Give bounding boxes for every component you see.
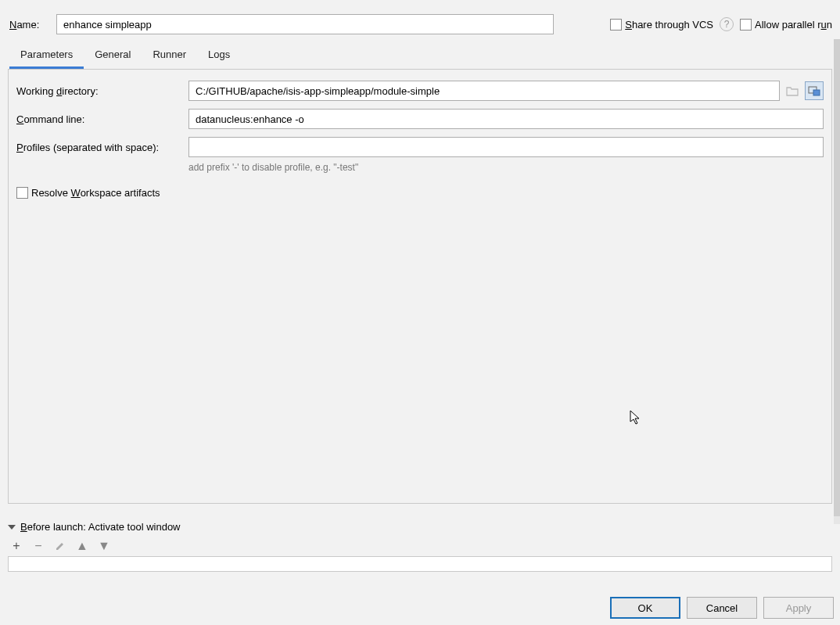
resolve-workspace-checkbox[interactable]: Resolve Workspace artifacts	[16, 187, 160, 199]
move-down-button: ▼	[97, 539, 111, 553]
allow-parallel-label: Allow parallel run	[755, 19, 832, 31]
apply-button: Apply	[763, 597, 834, 619]
working-directory-input[interactable]	[188, 81, 780, 101]
checkbox-box-icon	[16, 187, 28, 199]
profiles-input[interactable]	[188, 137, 824, 157]
share-vcs-label: Share through VCS	[625, 19, 713, 31]
move-up-button: ▲	[75, 539, 89, 553]
checkbox-box-icon	[610, 19, 622, 31]
ok-button[interactable]: OK	[610, 597, 680, 619]
edit-button	[53, 541, 67, 551]
help-icon[interactable]: ?	[720, 17, 734, 31]
name-label: Name:	[8, 19, 48, 31]
profiles-hint: add prefix '-' to disable profile, e.g. …	[188, 162, 824, 173]
cancel-button[interactable]: Cancel	[687, 597, 757, 619]
before-launch-expander[interactable]: Before launch: Activate tool window	[8, 521, 832, 533]
before-launch-label: Before launch: Activate tool window	[20, 521, 181, 533]
profiles-label: Profiles (separated with space):	[16, 142, 188, 153]
allow-parallel-checkbox[interactable]: Allow parallel run	[740, 19, 832, 31]
command-line-input[interactable]	[188, 109, 824, 129]
scrollbar-thumb[interactable]	[834, 39, 840, 516]
checkbox-box-icon	[740, 19, 752, 31]
remove-button: −	[31, 539, 45, 553]
tab-runner[interactable]: Runner	[142, 42, 197, 69]
chevron-down-icon	[8, 525, 16, 530]
tabs: Parameters General Runner Logs	[0, 42, 840, 69]
insert-path-icon[interactable]	[805, 81, 824, 100]
working-directory-label: Working directory:	[16, 85, 188, 97]
before-launch-list[interactable]	[8, 556, 832, 572]
browse-folder-icon[interactable]	[783, 81, 802, 100]
before-launch-toolbar: + − ▲ ▼	[9, 539, 832, 553]
dialog-buttons: OK Cancel Apply	[610, 597, 834, 619]
tab-parameters[interactable]: Parameters	[9, 42, 84, 69]
command-line-label: Command line:	[16, 113, 188, 125]
parameters-panel: Working directory: Command line: Profile…	[8, 69, 832, 504]
share-vcs-checkbox[interactable]: Share through VCS	[610, 19, 713, 31]
tab-logs[interactable]: Logs	[197, 42, 241, 69]
resolve-workspace-label: Resolve Workspace artifacts	[31, 187, 160, 199]
name-input[interactable]	[56, 14, 554, 34]
tab-general[interactable]: General	[84, 42, 142, 69]
svg-rect-1	[813, 90, 820, 95]
add-button[interactable]: +	[9, 539, 23, 553]
